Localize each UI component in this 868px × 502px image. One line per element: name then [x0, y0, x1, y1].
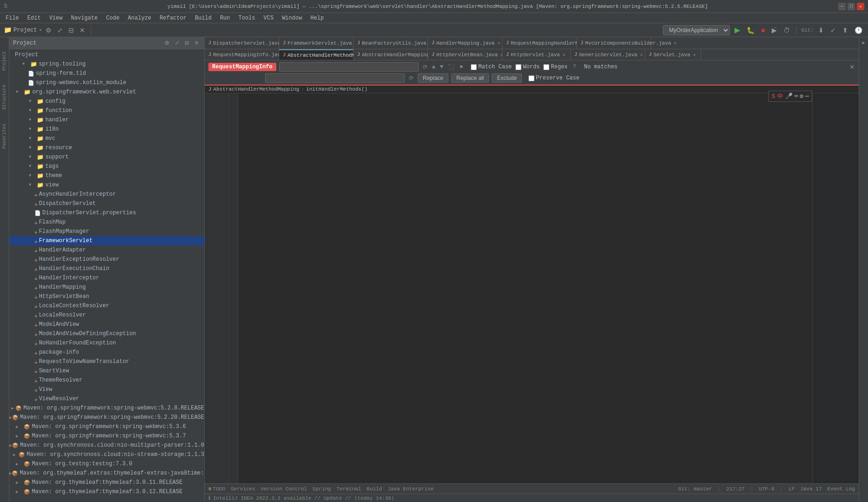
ime-zh-icon[interactable]: 中 — [777, 92, 783, 100]
tree-item-ViewResolver[interactable]: ☕ViewResolver — [9, 394, 204, 403]
build-item[interactable]: Build — [367, 486, 382, 492]
help-icon[interactable]: ? — [571, 63, 577, 71]
menu-help[interactable]: Help — [307, 14, 327, 22]
tab-handler-mapping[interactable]: J HandlerMapping.java ✕ — [428, 37, 502, 49]
menu-view[interactable]: View — [46, 14, 67, 22]
breadcrumb-class[interactable]: AbstractHandlerMethodMapping — [214, 86, 300, 92]
terminal-item[interactable]: Terminal — [336, 486, 361, 492]
tree-item-package-info[interactable]: ☕package-info — [9, 348, 204, 357]
tab-close-mvc[interactable]: ✕ — [673, 40, 678, 46]
tree-item-tags[interactable]: ▼📁tags — [9, 162, 204, 171]
tree-item-theme[interactable]: ▼📁theme — [9, 171, 204, 180]
tree-item-config[interactable]: ▼📁config — [9, 97, 204, 106]
tree-item-org.springframework.[interactable]: ▼📁org.springframework.web.servlet — [9, 87, 204, 97]
tree-item-FrameworkServlet[interactable]: ☕FrameworkServlet — [9, 236, 204, 245]
menu-build[interactable]: Build — [191, 14, 215, 22]
close-panel-button[interactable]: ✕ — [78, 26, 87, 35]
sidebar-label-structure[interactable]: Structure — [2, 85, 7, 110]
project-settings-button[interactable]: ⚙ — [163, 39, 171, 47]
tree-item-HandlerAdapter[interactable]: ☕HandlerAdapter — [9, 245, 204, 255]
spring-item[interactable]: Spring — [313, 486, 331, 492]
tab-close-hs[interactable]: ✕ — [562, 52, 567, 58]
tree-item-Project[interactable]: Project — [9, 50, 204, 59]
tree-item-NoHandlerFoundExcept[interactable]: ☕NoHandlerFoundException — [9, 338, 204, 348]
menu-code[interactable]: Code — [102, 14, 123, 22]
git-history-button[interactable]: 🕐 — [853, 26, 864, 35]
breadcrumb-method[interactable]: initHandlerMethods() — [306, 86, 367, 92]
project-collapse-button[interactable]: ⊟ — [183, 39, 191, 47]
project-expand-button[interactable]: ⤢ — [173, 39, 181, 47]
menu-window[interactable]: Window — [278, 14, 306, 22]
tree-item-spring-form.tld[interactable]: 📄spring-form.tld — [9, 69, 204, 78]
tab-bean-factory-utils[interactable]: J BeanFactoryUtils.java ✕ — [354, 37, 428, 49]
replace-history-icon[interactable]: ⟳ — [407, 74, 415, 82]
tab-servlet[interactable]: J Servlet.java ✕ — [645, 49, 701, 60]
debug-button[interactable]: 🐛 — [745, 26, 756, 35]
tree-item-FlashMapManager[interactable]: ☕FlashMapManager — [9, 227, 204, 236]
run-config-dropdown[interactable]: MyOrderApplication — [663, 25, 730, 35]
ime-mic-icon[interactable]: 🎤 — [785, 92, 793, 100]
sidebar-label-favorites[interactable]: Favorites — [2, 124, 7, 149]
event-log-status[interactable]: Event Log — [828, 486, 855, 492]
version-control-item[interactable]: Version Control — [261, 486, 307, 492]
match-case-checkbox[interactable] — [471, 64, 477, 70]
run-button[interactable]: ▶ — [733, 25, 742, 35]
tree-item-HandlerExceptionReso[interactable]: ☕HandlerExceptionResolver — [9, 255, 204, 264]
services-item[interactable]: Services — [231, 486, 255, 492]
search-history-icon[interactable]: ⟳ — [421, 63, 429, 71]
menu-run[interactable]: Run — [216, 14, 234, 22]
tree-item-support[interactable]: ▼📁support — [9, 152, 204, 162]
tree-item-ThemeResolver[interactable]: ☕ThemeResolver — [9, 376, 204, 385]
tree-item-HandlerInterceptor[interactable]: ☕HandlerInterceptor — [9, 273, 204, 283]
replace-all-button[interactable]: Replace all — [451, 73, 489, 83]
menu-navigate[interactable]: Navigate — [67, 14, 101, 22]
tree-item-Maven:org.testng:tes[interactable]: ▶📦Maven: org.testng:testng:7.3.0 — [9, 459, 204, 469]
tab-close-s[interactable]: ✕ — [692, 52, 697, 58]
line-endings-status[interactable]: LF — [788, 486, 795, 492]
tree-item-Maven:org.springfram[interactable]: ▶📦Maven: org.springframework:spring-webm… — [9, 422, 204, 431]
stop-button[interactable]: ■ — [759, 26, 767, 35]
replace-input[interactable] — [265, 73, 405, 83]
menu-refactor[interactable]: Refactor — [156, 14, 190, 22]
java-version-status[interactable]: Java 17 — [800, 486, 821, 492]
tree-item-HandlerExecutionChai[interactable]: ☕HandlerExecutionChain — [9, 264, 204, 273]
tree-item-FlashMap[interactable]: ☕FlashMap — [9, 218, 204, 227]
profiler-button[interactable]: ⏱ — [781, 26, 792, 35]
menu-file[interactable]: File — [2, 14, 23, 22]
exclude-button[interactable]: Exclude — [492, 73, 522, 83]
sidebar-label-project[interactable]: Project — [2, 51, 7, 71]
tree-item-HandlerMapping[interactable]: ☕HandlerMapping — [9, 283, 204, 292]
tree-item-Maven:org.synchronos[interactable]: ▶📦Maven: org.synchronoss.cloud:nio-multi… — [9, 441, 204, 450]
tab-close-gs[interactable]: ✕ — [639, 52, 644, 58]
tree-item-Maven:org.thymeleaf.[interactable]: ▶📦Maven: org.thymeleaf.extras:thymeleaf-… — [9, 469, 204, 478]
tab-mvc-uri[interactable]: J MvcUriComponentsBuilder.java ✕ — [577, 37, 651, 49]
coverage-button[interactable]: ▶̈ — [770, 26, 779, 35]
words-checkbox[interactable] — [515, 64, 521, 70]
search-navigate-prev-icon[interactable]: ▲ — [431, 63, 437, 71]
tab-generic-servlet[interactable]: J GenericServlet.java ✕ — [571, 49, 645, 60]
tree-item-resource[interactable]: ▼📁resource — [9, 143, 204, 152]
git-update-button[interactable]: ⬇ — [816, 26, 826, 35]
tab-http-servlet[interactable]: J HttpServlet.java ✕ — [502, 49, 571, 60]
tree-item-function[interactable]: ▼📁function — [9, 106, 204, 115]
match-case-label[interactable]: Match Case — [471, 64, 512, 70]
tab-close-handler-mapping[interactable]: ✕ — [496, 40, 501, 46]
tab-dispatcher-servlet[interactable]: J DispatcherServlet.java ✕ — [205, 37, 279, 49]
menu-analyze[interactable]: Analyze — [124, 14, 155, 22]
tree-item-ModelAndView[interactable]: ☕ModelAndView — [9, 320, 204, 329]
minimap[interactable] — [812, 93, 859, 483]
tree-item-mvc[interactable]: ▼📁mvc — [9, 134, 204, 143]
tree-item-Maven:org.springfram[interactable]: ▶📦Maven: org.springframework:spring-webm… — [9, 431, 204, 441]
search-input[interactable] — [279, 62, 419, 72]
ime-keyboard-icon[interactable]: ⌨ — [795, 92, 798, 100]
vcs-icon-1[interactable]: ▶ — [860, 39, 868, 46]
tree-item-ModelAndViewDefining[interactable]: ☕ModelAndViewDefiningException — [9, 329, 204, 338]
encoding-status[interactable]: UTF-8 — [759, 486, 775, 492]
ime-options-icon[interactable]: ⋯ — [805, 92, 809, 100]
regex-checkbox[interactable] — [543, 64, 549, 70]
replace-button[interactable]: Replace — [418, 73, 448, 83]
search-navigate-next-icon[interactable]: ▼ — [439, 63, 445, 71]
tab-request-mapping-handler[interactable]: J RequestMappingHandlerMapping.java ✕ — [502, 37, 577, 49]
tab-abstract-handler-method-mapping[interactable]: J AbstractHandlerMethodMapping.java ✕ — [279, 49, 354, 60]
tree-item-Maven:org.thymeleaf:[interactable]: ▶📦Maven: org.thymeleaf:thymeleaf:3.0.11.… — [9, 478, 204, 487]
